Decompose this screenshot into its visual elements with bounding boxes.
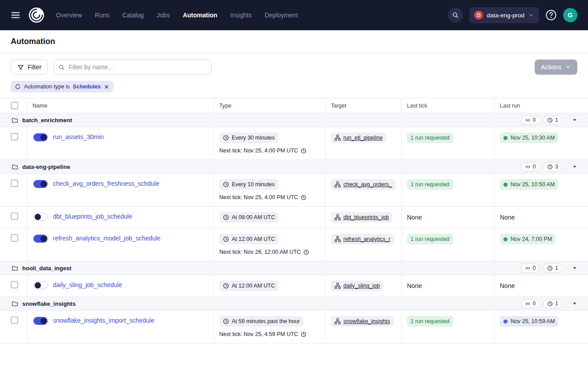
target-chip[interactable]: dbt_blueprints_job [331,212,392,223]
next-tick-text: Next tick: Nov 25, 4:00 PM UTC [219,147,298,154]
schedule-toggle[interactable] [33,213,48,221]
column-header-target: Target [326,98,402,113]
clock-icon [547,301,553,307]
schedule-interval-chip[interactable]: Every 10 minutes [219,179,278,190]
schedule-name-link[interactable]: refresh_analytics_model_job_schedule [53,234,161,243]
group-row-batch-enrichment[interactable]: batch_enrichment 0 1 [0,113,588,127]
schedule-name-link[interactable]: check_avg_orders_freshness_schdule [53,179,159,188]
last-tick-chip[interactable]: 1 run requested [407,179,453,190]
collapse-group-caret[interactable] [572,164,577,169]
help-icon[interactable] [545,9,557,21]
filter-button-label: Filter [28,64,41,71]
clock-icon [223,181,229,188]
menu-icon[interactable] [11,10,20,20]
row-checkbox[interactable] [11,133,18,140]
sensor-icon [525,265,531,271]
page-title: Automation [11,37,55,46]
column-header-name: Name [27,98,214,113]
schedule-name-link[interactable]: daily_sling_job_schedule [53,280,122,290]
name-filter-input[interactable] [68,64,207,71]
nav-links: Overview Runs Catalog Jobs Automation In… [56,12,298,19]
target-chip[interactable]: daily_sling_job [331,280,383,291]
last-run-time: Nov 25, 10:59 AM [511,318,555,324]
target-chip[interactable]: refresh_analytics_r [331,234,394,244]
group-row-snowflake-insights[interactable]: snowflake_insights 0 1 [0,297,588,311]
group-row-data-eng-pipeline[interactable]: data-eng-pipeline 0 3 [0,160,588,174]
filter-button[interactable]: Filter [11,60,48,75]
nav-item-automation[interactable]: Automation [183,12,217,19]
last-run-chip[interactable]: Nov 25, 10:30 AM [500,132,558,143]
schedule-name-link[interactable]: snowflake_insights_import_schedule [53,316,154,325]
sensor-count-badge: 0 [521,264,540,273]
filter-tag-prefix: Automation type is [24,84,70,90]
schedule-toggle[interactable] [33,180,48,188]
schedule-interval-chip[interactable]: At 08:00 AM UTC [219,212,278,223]
schedule-count-badge: 1 [543,116,562,125]
last-run-chip[interactable]: Nov 25, 10:59 AM [500,316,558,327]
clock-icon [547,164,553,170]
sensor-count: 0 [533,117,536,123]
schedule-interval-chip[interactable]: At 59 minutes past the hour [219,316,303,327]
schedule-row: snowflake_insights_import_schedule At 59… [0,311,588,344]
schedule-toggle[interactable] [33,235,48,243]
last-tick-chip[interactable]: 1 run requested [407,234,453,244]
row-checkbox[interactable] [11,281,18,288]
row-checkbox[interactable] [11,316,18,324]
schedule-toggle[interactable] [33,281,48,289]
nav-item-jobs[interactable]: Jobs [157,12,170,19]
collapse-group-caret[interactable] [572,265,577,271]
row-checkbox[interactable] [11,234,18,242]
dagster-logo-icon[interactable] [28,6,45,24]
last-run-chip[interactable]: Nov 25, 10:50 AM [500,179,558,190]
page-header: Automation [0,30,588,53]
group-row-hooli-data-ingest[interactable]: hooli_data_ingest 0 1 [0,261,588,275]
target-chip[interactable]: snowflake_insights [331,316,394,327]
next-tick: Next tick: Nov 25, 4:00 PM UTC [219,147,320,154]
schedule-row: dbt_blueprints_job_schedule At 08:00 AM … [0,207,588,228]
graph-icon [334,236,341,242]
collapse-group-caret[interactable] [572,301,577,306]
nav-item-deployment[interactable]: Deployment [265,12,298,19]
nav-item-runs[interactable]: Runs [95,12,109,19]
schedule-interval-chip[interactable]: At 12:00 AM UTC [219,234,278,244]
user-avatar[interactable]: G [563,8,577,22]
collapse-group-caret[interactable] [572,117,577,123]
schedule-toggle[interactable] [33,317,48,325]
search-button[interactable] [448,8,463,23]
column-header-type: Type [214,98,326,113]
last-tick-chip[interactable]: 1 run requested [407,316,453,327]
schedule-count-badge: 1 [543,299,562,308]
schedule-count: 1 [555,117,558,123]
clock-icon [547,265,553,271]
group-name: snowflake_insights [22,300,76,307]
schedule-name-link[interactable]: run_assets_30min [53,132,104,142]
target-chip[interactable]: check_avg_orders_ [331,179,395,190]
name-filter-box [53,60,212,75]
nav-item-insights[interactable]: Insights [230,12,252,19]
schedule-name-link[interactable]: dbt_blueprints_job_schedule [53,212,132,221]
target-name: snowflake_insights [343,318,390,324]
remove-filter-button[interactable] [104,84,109,90]
deployment-switcher[interactable]: D data-eng-prod [469,7,539,23]
schedule-interval-chip[interactable]: At 12:00 AM UTC [219,280,278,291]
graph-icon [334,283,341,289]
last-tick-chip[interactable]: 1 run requested [407,132,453,143]
chevron-down-icon [565,64,571,70]
schedule-toggle[interactable] [33,133,48,141]
close-icon [104,84,109,90]
nav-item-catalog[interactable]: Catalog [122,12,144,19]
row-checkbox[interactable] [11,212,18,220]
sensor-count: 0 [533,300,536,307]
schedule-row: run_assets_30min Every 30 minutes Next t… [0,127,588,160]
schedule-interval: Every 30 minutes [232,135,275,141]
nav-item-overview[interactable]: Overview [56,12,82,19]
last-run-none: None [500,214,515,221]
target-chip[interactable]: run_etl_pipeline [331,132,386,143]
last-run-chip[interactable]: Nov 24, 7:00 PM [500,234,556,244]
folder-icon [12,117,18,124]
select-all-checkbox[interactable] [11,102,18,109]
schedule-interval-chip[interactable]: Every 30 minutes [219,132,278,143]
row-checkbox[interactable] [11,180,18,187]
actions-button[interactable]: Actions [535,60,577,75]
clock-icon [223,236,229,242]
